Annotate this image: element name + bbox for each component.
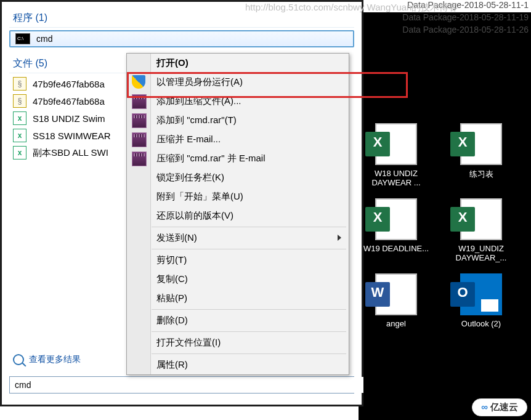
excel-icon [460, 123, 502, 165]
divider [9, 27, 354, 28]
shield-icon [132, 75, 145, 89]
desktop-file[interactable]: W19_UNDIZ DAYWEAR_... [447, 198, 515, 262]
search-result-label: S18 UNDIZ Swim [33, 113, 105, 124]
search-result-label: cmd [36, 34, 52, 44]
context-menu-item[interactable]: 压缩并 E-mail... [127, 130, 349, 149]
rar-icon [132, 94, 147, 109]
desktop-file[interactable]: 练习表 [447, 123, 515, 187]
context-menu-item[interactable]: 删除(D) [127, 311, 349, 330]
desktop-area: W18 UNDIZ DAYWEAR ... 练习表 W19 DEADLINE..… [359, 0, 531, 420]
context-menu-item[interactable]: 打开(O) [127, 54, 349, 73]
word-icon [375, 273, 417, 315]
excel-icon: x [13, 146, 26, 160]
desktop-file[interactable]: W18 UNDIZ DAYWEAR ... [362, 123, 430, 187]
search-result-cmd[interactable]: C:\ cmd [9, 30, 354, 47]
desktop-file-label: W19 DEADLINE... [363, 244, 429, 253]
programs-heading: 程序 (1) [13, 12, 362, 25]
watermark-text: http://blog.51cto.com/scnbwy WangYuan的技术… [245, 2, 458, 14]
desktop-file-label: angel [386, 319, 406, 328]
excel-icon [460, 198, 502, 240]
context-menu-item[interactable]: 发送到(N) [127, 228, 349, 248]
desktop-file[interactable]: Outlook (2) [447, 273, 515, 328]
see-more-results[interactable]: 查看更多结果 [13, 354, 81, 365]
desktop-file-label: W18 UNDIZ DAYWEAR ... [371, 169, 420, 187]
see-more-label: 查看更多结果 [29, 354, 81, 365]
rar-icon [132, 113, 147, 128]
search-result-label: 47b9fe467fab68a [33, 79, 105, 89]
desktop-file-label: 练习表 [469, 169, 493, 179]
search-result-label: 47b9fe467fab68a [33, 96, 105, 107]
context-menu-item[interactable]: 复制(C) [127, 270, 349, 289]
chevron-right-icon [338, 235, 341, 241]
desktop-file[interactable]: angel [362, 273, 430, 328]
context-menu-item[interactable]: 添加到 "cmd.rar"(T) [127, 111, 349, 130]
context-menu-item[interactable]: 以管理员身份运行(A) [127, 73, 349, 92]
start-search-box[interactable] [9, 376, 354, 394]
context-menu-separator [152, 227, 346, 227]
context-menu-separator [152, 331, 346, 332]
excel-icon: x [13, 129, 26, 142]
excel-icon [375, 198, 417, 240]
search-icon [13, 354, 24, 365]
top-file-2: Data Package-2018-05-28-11-19 [402, 12, 529, 22]
script-icon: § [13, 94, 26, 108]
script-icon: § [13, 77, 26, 91]
desktop-file-label: W19_UNDIZ DAYWEAR_... [456, 244, 507, 262]
rar-icon [132, 132, 147, 147]
search-result-label: 副本SBD ALL SWI [33, 147, 108, 159]
context-menu-item[interactable]: 属性(R) [127, 355, 349, 374]
cmd-icon: C:\ [15, 33, 30, 44]
context-menu-item[interactable]: 附到「开始」菜单(U) [127, 187, 349, 206]
context-menu-item[interactable]: 还原以前的版本(V) [127, 206, 349, 225]
search-result-label: SS18 SWIMWEAR [33, 131, 111, 141]
excel-icon: x [13, 111, 26, 125]
context-menu-separator [152, 249, 346, 249]
top-file-3: Data Package-2018-05-28-11-26 [402, 25, 529, 34]
rar-icon [132, 151, 147, 166]
context-menu-separator [152, 353, 346, 354]
context-menu-item[interactable]: 压缩到 "cmd.rar" 并 E-mail [127, 149, 349, 168]
yisu-logo: ∞ 亿速云 [472, 398, 527, 416]
context-menu-separator [152, 309, 346, 310]
context-menu: 打开(O)以管理员身份运行(A)添加到压缩文件(A)...添加到 "cmd.ra… [126, 53, 349, 375]
desktop-file[interactable]: W19 DEADLINE... [362, 198, 430, 262]
context-menu-item[interactable]: 打开文件位置(I) [127, 333, 349, 352]
desktop-file-label: Outlook (2) [461, 319, 501, 328]
context-menu-item[interactable]: 剪切(T) [127, 251, 349, 270]
search-input[interactable] [10, 377, 363, 393]
excel-icon [375, 123, 417, 165]
context-menu-item[interactable]: 粘贴(P) [127, 289, 349, 308]
outlook-icon [460, 273, 502, 315]
context-menu-item[interactable]: 锁定到任务栏(K) [127, 168, 349, 187]
context-menu-item[interactable]: 添加到压缩文件(A)... [127, 92, 349, 111]
